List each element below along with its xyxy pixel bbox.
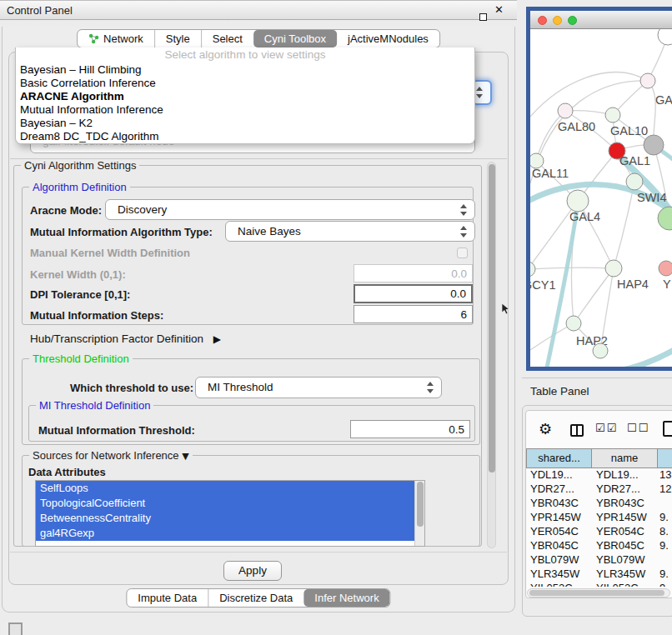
algorithm-option[interactable]: Mutual Information Inference [16,103,474,117]
tab-impute-data[interactable]: Impute Data [127,589,208,607]
settings-scrollbar[interactable] [487,162,496,548]
attribute-list-item[interactable]: TopologicalCoefficient [36,496,424,511]
mi-type-combobox[interactable]: Naive Bayes [225,221,475,242]
gear-icon[interactable]: ⚙ [539,420,552,438]
network-node-GAL10[interactable] [605,108,620,122]
tab-label: Network [103,30,143,48]
tab-cyni-toolbox[interactable]: Cyni Toolbox [253,30,337,48]
group-title: Cyni Algorithm Settings [21,159,139,172]
table-cell: YBR043C [530,497,579,509]
tab-discretize-data[interactable]: Discretize Data [208,589,303,607]
network-node-gray-node[interactable] [644,135,664,155]
table-row[interactable]: YER054CYER054C8. [526,525,672,539]
hub-definition-label: Hub/Transcription Factor Definition [30,332,203,345]
attribute-list-item[interactable]: BetweennessCentrality [36,511,424,526]
list-scrollbar[interactable] [414,481,424,546]
algorithm-option[interactable]: ARACNE Algorithm [16,90,474,103]
zoom-traffic-light-icon[interactable] [568,16,577,25]
tab-style[interactable]: Style [154,30,201,48]
network-view-window[interactable]: GALGAL80GAL10GAL1GAL11SWI4GAL4GCY1HAP4YH… [526,7,672,371]
network-edge-highlighted[interactable] [619,348,672,367]
network-icon [88,33,99,44]
column-header-name[interactable]: name [591,448,658,468]
table-cell: 12 [659,482,671,495]
table-row[interactable]: YBR045CYBR045C9. [526,539,672,553]
scrollbar-thumb[interactable] [417,482,424,527]
algorithm-option[interactable]: Bayesian – Hill Climbing [16,63,474,77]
tab-label: Discretize Data [219,589,293,607]
network-node-HAP4[interactable] [605,260,622,277]
divider [10,552,507,552]
network-edge[interactable] [614,182,634,268]
algorithm-option[interactable]: Bayesian – K2 [16,117,474,130]
network-node-GAL80[interactable] [558,103,573,118]
network-node-bottom-node[interactable] [593,343,608,358]
network-edge[interactable] [530,72,648,117]
column-header-partial[interactable] [657,448,672,468]
attribute-list-item[interactable]: gal4RGexp [36,526,424,541]
manual-kernel-checkbox[interactable] [457,248,468,258]
file-icon[interactable] [663,421,672,437]
network-node-SWI4[interactable] [626,173,643,190]
network-node-salmon-right[interactable] [659,261,672,276]
network-node-HAP2[interactable] [566,316,581,331]
network-node-green-right[interactable] [658,207,672,230]
table-row[interactable]: YBR043CYBR043C [526,497,672,511]
network-canvas[interactable]: GALGAL80GAL10GAL1GAL11SWI4GAL4GCY1HAP4YH… [530,29,672,367]
tab-label: Select [213,30,243,48]
table-row[interactable]: YIL052CYIL052C9 [526,582,672,587]
aracne-mode-combobox[interactable]: Discovery [105,199,475,220]
apply-button[interactable]: Apply [223,561,282,581]
network-node-label: Y [663,278,671,291]
network-node-top-partial[interactable] [658,29,672,45]
tab-network[interactable]: Network [78,30,154,48]
network-node-GAL4[interactable] [567,190,589,212]
tab-infer-network[interactable]: Infer Network [303,589,389,607]
network-node-GAL2[interactable] [640,73,655,88]
network-node-label: GAL1 [619,154,650,168]
table-row[interactable]: YDL19...YDL19...13 [526,468,672,482]
tab-label: Cyni Toolbox [264,30,326,48]
minimize-traffic-light-icon[interactable] [553,16,562,25]
network-node-GCY1[interactable] [530,262,535,277]
table-hscrollbar[interactable] [527,588,670,598]
dpi-tolerance-field[interactable] [354,284,473,303]
column-header-shared[interactable]: shared... [526,448,592,468]
mi-steps-field[interactable] [354,305,473,323]
close-icon[interactable]: ✕ [494,3,504,16]
tab-jactivemnodules[interactable]: jActiveMNodules [337,30,439,48]
minimized-panel-icon[interactable] [8,622,23,635]
table-cell: YDR27... [596,482,640,495]
network-edge[interactable] [574,268,614,323]
table-cell: YIL052C [530,582,573,587]
network-window-titlebar[interactable] [530,11,672,29]
scrollbar-thumb[interactable] [489,164,495,472]
dropdown-prompt: Select algorithm to view settings [16,48,474,63]
table-row[interactable]: YPR145WYPR145W9. [526,511,672,525]
hub-definition-expander[interactable]: Hub/Transcription Factor Definition ▶ [30,332,221,345]
checked-boxes-icon[interactable]: ☑☑ [595,422,618,434]
node-table[interactable]: shared... name YDL19...YDL19...13YDR27..… [526,448,672,587]
table-cell: YER054C [596,525,644,538]
attribute-list-item[interactable]: SelfLoops [36,481,424,496]
tab-select[interactable]: Select [201,30,253,48]
combobox-value: Discovery [118,200,167,220]
mi-threshold-field[interactable] [350,420,470,438]
unchecked-boxes-icon[interactable]: ☐☐ [627,422,649,434]
algorithm-option[interactable]: Dream8 DC_TDC Algorithm [16,130,474,143]
close-traffic-light-icon[interactable] [538,16,547,25]
table-row[interactable]: YDR27...YDR27...12 [526,482,672,497]
split-columns-icon[interactable] [570,424,584,437]
algorithm-option[interactable]: Basic Correlation Inference [16,77,474,90]
float-window-icon[interactable] [479,13,487,21]
which-threshold-combobox[interactable]: MI Threshold [195,377,442,398]
table-row[interactable]: YLR345WYLR345W9. [526,568,672,582]
collapse-down-icon[interactable]: ▼ [182,451,188,462]
scrollbar-thumb[interactable] [529,590,664,596]
dropdown-items: Bayesian – Hill ClimbingBasic Correlatio… [16,63,474,143]
data-attributes-list[interactable]: SelfLoopsTopologicalCoefficientBetweenne… [35,480,425,547]
table-cell: 8. [659,525,669,538]
table-cell: 13 [659,468,671,481]
kernel-width-field[interactable] [354,264,473,282]
table-row[interactable]: YBL079WYBL079W [526,553,672,568]
